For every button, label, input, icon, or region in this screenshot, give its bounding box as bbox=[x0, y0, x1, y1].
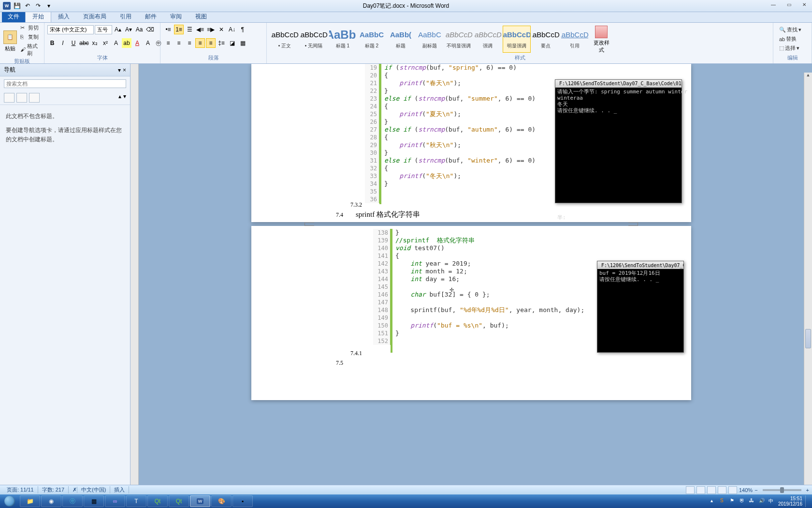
replace-button[interactable]: ab 替换 bbox=[778, 35, 802, 43]
align-distribute-button[interactable]: ≡ bbox=[206, 38, 216, 48]
format-painter-button[interactable]: 🖌格式刷 bbox=[19, 42, 41, 58]
zoom-out-button[interactable]: − bbox=[754, 487, 757, 493]
tab-review[interactable]: 审阅 bbox=[163, 11, 188, 22]
status-words[interactable]: 字数: 217 bbox=[38, 486, 69, 493]
font-name-select[interactable]: 宋体 (中文正文) bbox=[47, 25, 94, 34]
tray-shield-icon[interactable]: ⛨ bbox=[740, 498, 746, 505]
vertical-scrollbar[interactable]: ▲ ▼ bbox=[804, 73, 812, 494]
style-item-5[interactable]: AaBbC 副标题 bbox=[416, 26, 444, 53]
nav-tab-results[interactable] bbox=[29, 93, 40, 103]
asian-layout-button[interactable]: ✕ bbox=[217, 25, 226, 34]
style-item-6[interactable]: AaBbCcDd 不明显强调 bbox=[445, 26, 473, 53]
tray-sogou-icon[interactable]: S bbox=[720, 498, 727, 505]
dec-indent-button[interactable]: ◀≡ bbox=[195, 25, 205, 34]
subscript-button[interactable]: x₂ bbox=[90, 38, 100, 48]
highlight-button[interactable]: ab bbox=[122, 38, 131, 48]
nav-prev-icon[interactable]: ▴ bbox=[118, 93, 121, 103]
shading-button[interactable]: ◪ bbox=[227, 38, 237, 48]
nav-tab-headings[interactable] bbox=[4, 93, 14, 103]
borders-button[interactable]: ▦ bbox=[238, 38, 247, 48]
zoom-slider[interactable] bbox=[763, 489, 801, 491]
task-vs[interactable]: ∞ bbox=[105, 495, 125, 507]
tab-file[interactable]: 文件 bbox=[2, 11, 25, 22]
nav-close-icon[interactable]: × bbox=[123, 67, 126, 74]
status-language[interactable]: 中文(中国) bbox=[77, 486, 110, 493]
style-item-2[interactable]: AaBb( 标题 1 bbox=[329, 26, 357, 53]
find-button[interactable]: 🔍 查找 ▾ bbox=[778, 26, 802, 34]
clear-format-button[interactable]: ⌫ bbox=[145, 25, 155, 34]
line-spacing-button[interactable]: ‡≡ bbox=[217, 38, 226, 48]
view-print-layout[interactable] bbox=[686, 486, 695, 494]
scroll-thumb[interactable] bbox=[805, 329, 811, 348]
tab-references[interactable]: 引用 bbox=[113, 11, 138, 22]
task-cmd[interactable]: ▪ bbox=[232, 495, 253, 507]
tray-clock[interactable]: 15:51 2019/12/16 bbox=[778, 496, 802, 507]
change-styles-button[interactable]: 更改样式 bbox=[592, 25, 611, 54]
text-effects-button[interactable]: A bbox=[111, 38, 121, 48]
styles-gallery[interactable]: AaBbCcDd • 正文 AaBbCcDd • 无间隔 AaBb( 标题 1 … bbox=[270, 25, 590, 54]
tab-insert[interactable]: 插入 bbox=[51, 11, 76, 22]
qat-more-icon[interactable]: ▾ bbox=[44, 1, 53, 10]
view-draft[interactable] bbox=[728, 486, 737, 494]
undo-icon[interactable]: ↶ bbox=[23, 1, 32, 10]
font-color-button[interactable]: A bbox=[132, 38, 142, 48]
minimize-button[interactable]: — bbox=[768, 2, 779, 10]
search-input[interactable] bbox=[4, 79, 126, 88]
show-marks-button[interactable]: ¶ bbox=[238, 25, 247, 34]
align-left-button[interactable]: ≡ bbox=[163, 38, 173, 48]
zoom-in-button[interactable]: + bbox=[806, 487, 809, 493]
superscript-button[interactable]: x² bbox=[101, 38, 110, 48]
zoom-handle[interactable] bbox=[780, 487, 784, 493]
tray-up-icon[interactable]: ▴ bbox=[710, 498, 717, 505]
tab-mailings[interactable]: 邮件 bbox=[138, 11, 163, 22]
task-typora[interactable]: T bbox=[126, 495, 146, 507]
status-page[interactable]: 页面: 11/11 bbox=[3, 486, 38, 493]
change-case-button[interactable]: Aa bbox=[134, 25, 144, 34]
show-desktop-button[interactable] bbox=[805, 495, 809, 507]
document-area[interactable]: ▲ ▼ 192021222324252627282930313233343536… bbox=[130, 64, 812, 494]
task-chrome[interactable]: ◉ bbox=[41, 495, 61, 507]
tab-layout[interactable]: 页面布局 bbox=[76, 11, 113, 22]
tray-ime-icon[interactable]: 中 bbox=[768, 498, 775, 505]
nav-tab-pages[interactable] bbox=[16, 93, 27, 103]
multilevel-button[interactable]: ☰ bbox=[185, 25, 194, 34]
zoom-percent[interactable]: 140% bbox=[739, 487, 753, 493]
save-icon[interactable]: 💾 bbox=[13, 1, 21, 10]
nav-dropdown-icon[interactable]: ▾ bbox=[118, 67, 121, 74]
status-spell-icon[interactable]: ✗ bbox=[69, 487, 77, 493]
align-right-button[interactable]: ≡ bbox=[185, 38, 194, 48]
tray-flag-icon[interactable]: ⚑ bbox=[730, 498, 737, 505]
task-word[interactable]: W bbox=[190, 495, 210, 507]
cut-button[interactable]: ✂剪切 bbox=[19, 24, 41, 32]
restore-button[interactable]: ▭ bbox=[783, 2, 795, 10]
task-qt[interactable]: Qt bbox=[147, 495, 168, 507]
tab-view[interactable]: 视图 bbox=[188, 11, 214, 22]
view-fullscreen[interactable] bbox=[696, 486, 705, 494]
start-button[interactable] bbox=[0, 494, 19, 508]
style-item-0[interactable]: AaBbCcDd • 正文 bbox=[271, 26, 299, 53]
style-item-3[interactable]: AaBbC 标题 2 bbox=[358, 26, 386, 53]
shrink-font-button[interactable]: A▾ bbox=[124, 25, 133, 34]
task-paint[interactable]: 🎨 bbox=[211, 495, 232, 507]
style-item-4[interactable]: AaBb( 标题 bbox=[387, 26, 415, 53]
style-item-7[interactable]: AaBbCcDd 强调 bbox=[474, 26, 502, 53]
paste-button[interactable]: 📋 粘贴 bbox=[3, 30, 17, 52]
redo-icon[interactable]: ↷ bbox=[34, 1, 43, 10]
align-center-button[interactable]: ≡ bbox=[174, 38, 184, 48]
close-button[interactable]: ✕ bbox=[798, 2, 810, 10]
style-item-10[interactable]: AaBbCcDd 引用 bbox=[561, 26, 589, 53]
scroll-up-icon[interactable]: ▲ bbox=[804, 73, 812, 80]
style-item-9[interactable]: AaBbCcDd 要点 bbox=[532, 26, 560, 53]
inc-indent-button[interactable]: ≡▶ bbox=[206, 25, 216, 34]
italic-button[interactable]: I bbox=[58, 38, 68, 48]
numbering-button[interactable]: 1≡ bbox=[174, 25, 184, 34]
sort-button[interactable]: A↓ bbox=[227, 25, 237, 34]
view-outline[interactable] bbox=[718, 486, 726, 494]
bold-button[interactable]: B bbox=[47, 38, 57, 48]
select-button[interactable]: ⬚ 选择 ▾ bbox=[778, 44, 802, 52]
task-edge[interactable]: ⓔ bbox=[62, 495, 83, 507]
tray-volume-icon[interactable]: 🔊 bbox=[759, 498, 766, 505]
grow-font-button[interactable]: A▴ bbox=[113, 25, 123, 34]
view-web[interactable] bbox=[707, 486, 716, 494]
underline-button[interactable]: U bbox=[69, 38, 78, 48]
